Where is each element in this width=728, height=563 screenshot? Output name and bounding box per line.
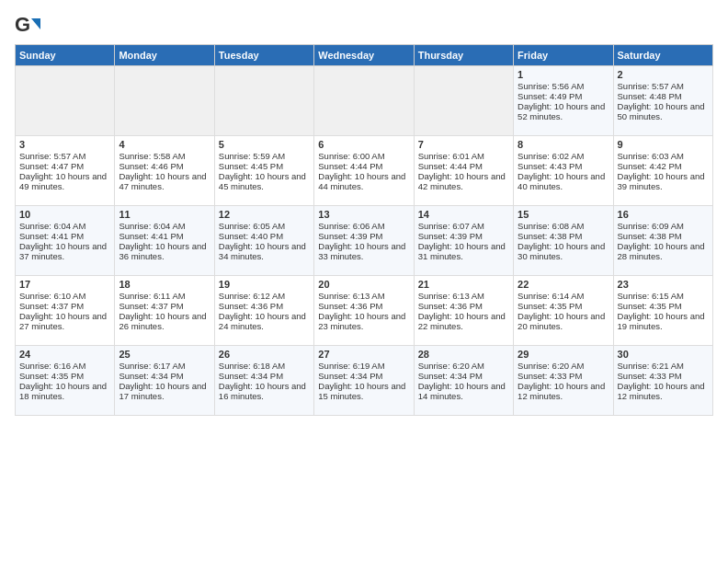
- sunset-text: Sunset: 4:43 PM: [518, 161, 609, 171]
- day-number: 29: [518, 349, 609, 360]
- sunrise-text: Sunrise: 6:02 AM: [518, 151, 609, 161]
- calendar-cell: 1Sunrise: 5:56 AMSunset: 4:49 PMDaylight…: [514, 66, 613, 136]
- calendar-cell: 18Sunrise: 6:11 AMSunset: 4:37 PMDayligh…: [115, 276, 214, 346]
- day-number: 4: [119, 139, 210, 150]
- daylight-text: Daylight: 10 hours and 16 minutes.: [219, 381, 310, 401]
- sunrise-text: Sunrise: 6:19 AM: [318, 361, 409, 371]
- day-number: 28: [418, 349, 509, 360]
- calendar-cell: 24Sunrise: 6:16 AMSunset: 4:35 PMDayligh…: [16, 346, 115, 416]
- sunset-text: Sunset: 4:41 PM: [19, 231, 110, 241]
- day-number: 13: [318, 209, 409, 220]
- day-number: 14: [418, 209, 509, 220]
- logo: G: [15, 13, 42, 39]
- logo-icon: G: [15, 13, 40, 39]
- sunrise-text: Sunrise: 6:07 AM: [418, 221, 509, 231]
- sunrise-text: Sunrise: 6:15 AM: [618, 291, 709, 301]
- header-day-monday: Monday: [115, 45, 214, 66]
- day-number: 26: [219, 349, 310, 360]
- day-number: 16: [618, 209, 709, 220]
- day-number: 20: [318, 279, 409, 290]
- header-day-friday: Friday: [514, 45, 613, 66]
- daylight-text: Daylight: 10 hours and 19 minutes.: [618, 311, 709, 331]
- calendar-cell: [314, 66, 414, 136]
- sunrise-text: Sunrise: 6:04 AM: [119, 221, 210, 231]
- sunrise-text: Sunrise: 6:21 AM: [618, 361, 709, 371]
- calendar-cell: [214, 66, 313, 136]
- sunrise-text: Sunrise: 6:00 AM: [318, 151, 409, 161]
- sunset-text: Sunset: 4:37 PM: [119, 301, 210, 311]
- sunrise-text: Sunrise: 6:06 AM: [318, 221, 409, 231]
- daylight-text: Daylight: 10 hours and 34 minutes.: [219, 241, 310, 261]
- daylight-text: Daylight: 10 hours and 27 minutes.: [19, 311, 110, 331]
- calendar-cell: 27Sunrise: 6:19 AMSunset: 4:34 PMDayligh…: [314, 346, 414, 416]
- calendar-cell: 4Sunrise: 5:58 AMSunset: 4:46 PMDaylight…: [115, 136, 214, 206]
- calendar-cell: 5Sunrise: 5:59 AMSunset: 4:45 PMDaylight…: [214, 136, 313, 206]
- daylight-text: Daylight: 10 hours and 30 minutes.: [518, 241, 609, 261]
- daylight-text: Daylight: 10 hours and 28 minutes.: [618, 241, 709, 261]
- day-number: 10: [19, 209, 110, 220]
- header-day-tuesday: Tuesday: [214, 45, 313, 66]
- daylight-text: Daylight: 10 hours and 33 minutes.: [318, 241, 409, 261]
- day-number: 23: [618, 279, 709, 290]
- calendar-week-row: 24Sunrise: 6:16 AMSunset: 4:35 PMDayligh…: [16, 346, 713, 416]
- day-number: 8: [518, 139, 609, 150]
- daylight-text: Daylight: 10 hours and 12 minutes.: [518, 381, 609, 401]
- calendar-cell: 11Sunrise: 6:04 AMSunset: 4:41 PMDayligh…: [115, 206, 214, 276]
- sunset-text: Sunset: 4:39 PM: [318, 231, 409, 241]
- sunset-text: Sunset: 4:36 PM: [318, 301, 409, 311]
- calendar-cell: 13Sunrise: 6:06 AMSunset: 4:39 PMDayligh…: [314, 206, 414, 276]
- day-number: 19: [219, 279, 310, 290]
- calendar-header-row: SundayMondayTuesdayWednesdayThursdayFrid…: [16, 45, 713, 66]
- daylight-text: Daylight: 10 hours and 52 minutes.: [518, 101, 609, 121]
- daylight-text: Daylight: 10 hours and 45 minutes.: [219, 171, 310, 191]
- day-number: 21: [418, 279, 509, 290]
- daylight-text: Daylight: 10 hours and 44 minutes.: [318, 171, 409, 191]
- calendar-cell: 9Sunrise: 6:03 AMSunset: 4:42 PMDaylight…: [613, 136, 712, 206]
- calendar-cell: 10Sunrise: 6:04 AMSunset: 4:41 PMDayligh…: [16, 206, 115, 276]
- sunset-text: Sunset: 4:36 PM: [219, 301, 310, 311]
- sunrise-text: Sunrise: 6:17 AM: [119, 361, 210, 371]
- daylight-text: Daylight: 10 hours and 22 minutes.: [418, 311, 509, 331]
- daylight-text: Daylight: 10 hours and 26 minutes.: [119, 311, 210, 331]
- calendar-cell: 12Sunrise: 6:05 AMSunset: 4:40 PMDayligh…: [214, 206, 313, 276]
- daylight-text: Daylight: 10 hours and 18 minutes.: [19, 381, 110, 401]
- sunrise-text: Sunrise: 6:05 AM: [219, 221, 310, 231]
- sunrise-text: Sunrise: 6:13 AM: [318, 291, 409, 301]
- day-number: 1: [518, 69, 609, 80]
- sunrise-text: Sunrise: 6:11 AM: [119, 291, 210, 301]
- calendar-cell: 22Sunrise: 6:14 AMSunset: 4:35 PMDayligh…: [514, 276, 613, 346]
- sunset-text: Sunset: 4:33 PM: [518, 371, 609, 381]
- daylight-text: Daylight: 10 hours and 20 minutes.: [518, 311, 609, 331]
- day-number: 25: [119, 349, 210, 360]
- sunset-text: Sunset: 4:38 PM: [518, 231, 609, 241]
- sunrise-text: Sunrise: 6:18 AM: [219, 361, 310, 371]
- calendar-cell: 17Sunrise: 6:10 AMSunset: 4:37 PMDayligh…: [16, 276, 115, 346]
- calendar-cell: 15Sunrise: 6:08 AMSunset: 4:38 PMDayligh…: [514, 206, 613, 276]
- sunset-text: Sunset: 4:42 PM: [618, 161, 709, 171]
- daylight-text: Daylight: 10 hours and 12 minutes.: [618, 381, 709, 401]
- sunset-text: Sunset: 4:35 PM: [618, 301, 709, 311]
- daylight-text: Daylight: 10 hours and 14 minutes.: [418, 381, 509, 401]
- sunset-text: Sunset: 4:35 PM: [518, 301, 609, 311]
- day-number: 15: [518, 209, 609, 220]
- daylight-text: Daylight: 10 hours and 50 minutes.: [618, 101, 709, 121]
- sunrise-text: Sunrise: 5:57 AM: [618, 81, 709, 91]
- sunset-text: Sunset: 4:44 PM: [318, 161, 409, 171]
- sunset-text: Sunset: 4:44 PM: [418, 161, 509, 171]
- calendar-week-row: 10Sunrise: 6:04 AMSunset: 4:41 PMDayligh…: [16, 206, 713, 276]
- day-number: 24: [19, 349, 110, 360]
- sunset-text: Sunset: 4:34 PM: [318, 371, 409, 381]
- day-number: 17: [19, 279, 110, 290]
- sunset-text: Sunset: 4:49 PM: [518, 91, 609, 101]
- page-container: G SundayMondayTuesdayWednesdayThursdayFr…: [0, 0, 728, 425]
- sunrise-text: Sunrise: 6:12 AM: [219, 291, 310, 301]
- sunset-text: Sunset: 4:38 PM: [618, 231, 709, 241]
- sunset-text: Sunset: 4:34 PM: [219, 371, 310, 381]
- sunrise-text: Sunrise: 5:58 AM: [119, 151, 210, 161]
- header-day-saturday: Saturday: [613, 45, 712, 66]
- calendar-cell: 2Sunrise: 5:57 AMSunset: 4:48 PMDaylight…: [613, 66, 712, 136]
- sunrise-text: Sunrise: 5:59 AM: [219, 151, 310, 161]
- calendar-cell: 20Sunrise: 6:13 AMSunset: 4:36 PMDayligh…: [314, 276, 414, 346]
- sunrise-text: Sunrise: 6:09 AM: [618, 221, 709, 231]
- calendar-table: SundayMondayTuesdayWednesdayThursdayFrid…: [15, 44, 713, 416]
